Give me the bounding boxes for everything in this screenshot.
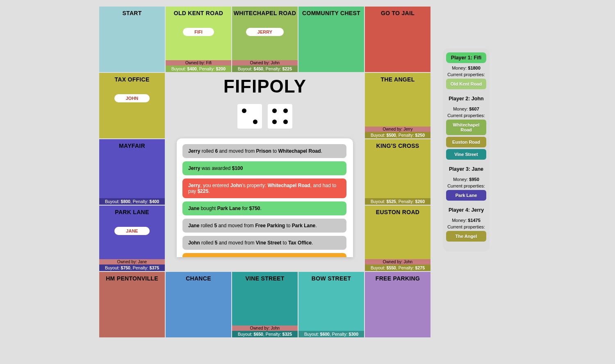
- tile-label: GO TO JAIL: [381, 10, 415, 16]
- player-token[interactable]: JOHN: [114, 94, 150, 102]
- tile-label: HM PENTONVILLE: [106, 275, 158, 282]
- property-pill[interactable]: Whitechapel Road: [446, 120, 486, 135]
- price-strip: Buyout: $800, Penalty: $400: [99, 198, 165, 205]
- player-name: Player 3: Jane: [446, 164, 486, 174]
- player-money: Money: $1800: [446, 66, 486, 70]
- current-properties-label: Current properties:: [446, 113, 486, 118]
- price-strip: Buyout: $525, Penalty: $260: [365, 198, 430, 205]
- tile-label: TAX OFFICE: [114, 76, 149, 83]
- tile-label: KING'S CROSS: [376, 142, 419, 149]
- player-money: Money: $950: [446, 177, 486, 182]
- tile-label: OLD KENT ROAD: [174, 10, 223, 16]
- game-title: FIFIPOLY: [223, 76, 306, 97]
- die-2[interactable]: [268, 104, 292, 129]
- property-pill[interactable]: Park Lane: [446, 190, 486, 201]
- player-block: Player 2: JohnMoney: $607Current propert…: [446, 93, 486, 160]
- player-name: Player 4: Jerry: [446, 205, 486, 215]
- property-pill[interactable]: Old Kent Road: [446, 79, 486, 89]
- player-token[interactable]: FIFI: [183, 28, 214, 36]
- tile-park-lane[interactable]: PARK LANEJANEOwned by: JaneBuyout: $750,…: [99, 206, 165, 271]
- tile-label: THE ANGEL: [380, 76, 415, 83]
- price-strip: Buyout: $500, Penalty: $250: [365, 132, 430, 138]
- dice-row: [237, 104, 292, 129]
- log-entry: Jerry, you entered John's property: Whit…: [182, 179, 346, 198]
- event-log: Jerry rolled 6 and moved from Prison to …: [177, 138, 353, 257]
- tile-label: COMMUNITY CHEST: [302, 10, 360, 16]
- tile-chance[interactable]: CHANCE: [166, 272, 231, 337]
- tile-go-to-jail[interactable]: GO TO JAIL: [365, 7, 430, 72]
- player-token[interactable]: JANE: [114, 227, 149, 235]
- game-board: START OLD KENT ROADFIFIOwned by: FifiBuy…: [99, 7, 430, 337]
- tile-community-chest[interactable]: COMMUNITY CHEST: [298, 7, 364, 72]
- tile-label: START: [122, 10, 141, 16]
- current-properties-label: Current properties:: [446, 224, 486, 229]
- tile-free-parking[interactable]: FREE PARKING: [365, 272, 430, 337]
- player-block: Player 3: JaneMoney: $950Current propert…: [446, 164, 486, 201]
- board-center: FIFIPOLY Jerry rolled 6 and moved from P…: [166, 73, 364, 271]
- owner-strip: Owned by: John: [232, 60, 298, 66]
- tile-label: MAYFAIR: [119, 142, 145, 149]
- log-entry: Jerry rolled 6 and moved from Prison to …: [182, 144, 346, 158]
- property-pill[interactable]: Vine Street: [446, 149, 486, 160]
- die-1[interactable]: [237, 104, 262, 129]
- player-token[interactable]: JERRY: [246, 28, 284, 36]
- tile-label: EUSTON ROAD: [376, 209, 420, 215]
- player-money: Money: $1475: [446, 218, 486, 223]
- owner-strip: Owned by: Jane: [99, 259, 165, 265]
- property-pill[interactable]: The Angel: [446, 231, 486, 242]
- tile-euston-road[interactable]: EUSTON ROADOwned by: JohnBuyout: $550, P…: [365, 206, 430, 271]
- property-pill[interactable]: Euston Road: [446, 137, 486, 147]
- player-panel: Player 1: FifiMoney: $1800Current proper…: [443, 48, 490, 251]
- owner-strip: Owned by: Fifi: [166, 60, 231, 66]
- owner-strip: Owned by: John: [232, 326, 298, 331]
- price-strip: Buyout: $450, Penalty: $225: [232, 66, 298, 72]
- price-strip: Buyout: $400, Penalty: $200: [166, 66, 231, 72]
- current-properties-label: Current properties:: [446, 72, 486, 77]
- tile-label: BOW STREET: [312, 275, 351, 282]
- tile-label: VINE STREET: [245, 275, 284, 282]
- current-properties-label: Current properties:: [446, 183, 486, 188]
- log-entry: Jane bought Park Lane for $750.: [182, 201, 346, 215]
- player-block: Player 4: JerryMoney: $1475Current prope…: [446, 205, 486, 242]
- tile-label: PARK LANE: [115, 209, 149, 215]
- price-strip: Buyout: $750, Penalty: $375: [99, 265, 165, 271]
- tile-vine-street[interactable]: VINE STREETOwned by: JohnBuyout: $650, P…: [232, 272, 298, 337]
- owner-strip: Owned by: Jerry: [365, 127, 430, 132]
- price-strip: Buyout: $650, Penalty: $325: [232, 331, 298, 337]
- tile-old-kent-road[interactable]: OLD KENT ROADFIFIOwned by: FifiBuyout: $…: [166, 7, 231, 72]
- player-block: Player 1: FifiMoney: $1800Current proper…: [446, 52, 486, 89]
- log-entry: Jerry was awarded $100: [182, 161, 346, 175]
- player-money: Money: $607: [446, 106, 486, 111]
- player-name: Player 2: John: [446, 93, 486, 104]
- tile-mayfair[interactable]: MAYFAIRBuyout: $800, Penalty: $400: [99, 139, 165, 205]
- owner-strip: Owned by: John: [365, 259, 430, 265]
- price-strip: Buyout: $600, Penalty: $300: [298, 331, 364, 337]
- tile-whitechapel-road[interactable]: WHITECHAPEL ROADJERRYOwned by: JohnBuyou…: [232, 7, 298, 72]
- tile-label: FREE PARKING: [376, 275, 420, 282]
- tile-the-angel[interactable]: THE ANGELOwned by: JerryBuyout: $500, Pe…: [365, 73, 430, 138]
- tile-hm-pentonville[interactable]: HM PENTONVILLE: [99, 272, 165, 337]
- tile-kings-cross[interactable]: KING'S CROSSBuyout: $525, Penalty: $260: [365, 139, 430, 205]
- log-entry: John, you got in trouble with HMRC. You …: [182, 253, 346, 257]
- player-name: Player 1: Fifi: [446, 52, 486, 63]
- tile-tax-office[interactable]: TAX OFFICEJOHN: [99, 73, 165, 138]
- tile-label: WHITECHAPEL ROAD: [234, 10, 296, 16]
- price-strip: Buyout: $550, Penalty: $275: [365, 265, 430, 271]
- log-entry: Jane rolled 5 and moved from Free Parkin…: [182, 219, 346, 233]
- tile-bow-street[interactable]: BOW STREETBuyout: $600, Penalty: $300: [298, 272, 364, 337]
- log-entry: John rolled 5 and moved from Vine Street…: [182, 236, 346, 250]
- tile-start[interactable]: START: [99, 7, 165, 72]
- event-log-scroll[interactable]: Jerry rolled 6 and moved from Prison to …: [182, 144, 351, 257]
- tile-label: CHANCE: [186, 275, 211, 282]
